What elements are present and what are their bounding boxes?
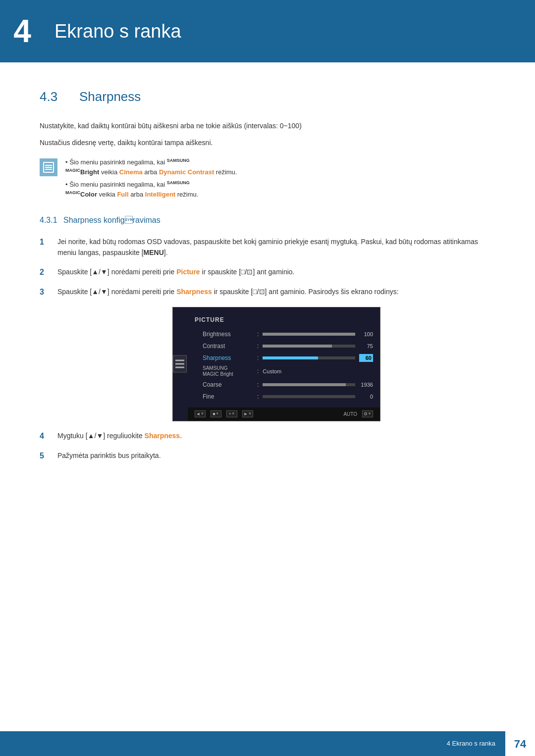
osd-custom-text: Custom <box>263 367 281 376</box>
note-line-1: • Šio meniu pasirinkti negalima, kai SAM… <box>65 157 495 177</box>
section-number: 4.3 <box>40 87 69 106</box>
osd-footer-icon-4: ►▼ <box>242 410 253 417</box>
steps-list: 1 Jei norite, kad būtų rodomas OSD vadov… <box>40 236 495 462</box>
osd-footer-icon-2: ■▼ <box>211 410 221 417</box>
osd-bar-contrast: : 75 <box>257 342 373 351</box>
step-text-4: Mygtuku [▲/▼] reguliuokite Sharpness. <box>57 430 495 441</box>
osd-footer-icon-3: +▼ <box>226 410 237 417</box>
osd-item-fine: Fine : 0 <box>188 391 380 403</box>
step-4: 4 Mygtuku [▲/▼] reguliuokite Sharpness. <box>40 430 495 442</box>
osd-fill-coarse <box>263 383 346 386</box>
step-text-3: Spauskite [▲/▼] norėdami pereiti prie Sh… <box>57 286 495 297</box>
osd-auto-label: AUTO <box>343 410 357 418</box>
note-line-2: • Šio meniu pasirinkti negalima, kai SAM… <box>65 180 495 200</box>
step-text-5: Pažymėta parinktis bus pritaikyta. <box>57 450 495 461</box>
osd-item-brightness: Brightness : 100 <box>188 328 380 340</box>
step-3: 3 Spauskite [▲/▼] norėdami pereiti prie … <box>40 286 495 298</box>
osd-header: PICTURE <box>188 313 380 328</box>
subsection-title: Sharpness konfigravimas <box>63 216 160 224</box>
intelligent-highlight: Intelligent <box>145 191 175 199</box>
desc1: Nustatykite, kad daiktų kontūrai būtų ai… <box>40 120 495 131</box>
osd-track-coarse <box>263 383 355 386</box>
osd-colon: : <box>257 330 259 339</box>
chapter-title: Ekrano s ranka <box>54 17 181 46</box>
osd-value-brightness: 100 <box>359 330 373 339</box>
sidebar-bar3 <box>175 367 184 368</box>
osd-bar-coarse: : 1936 <box>257 380 373 389</box>
step-number-3: 3 <box>40 286 57 298</box>
osd-bar-fine: : 0 <box>257 392 373 401</box>
osd-item-coarse: Coarse : 1936 <box>188 379 380 391</box>
full-highlight: Full <box>117 191 128 199</box>
osd-colon2: : <box>257 342 259 351</box>
osd-footer: ◄▼ ■▼ +▼ ►▼ AUTO ⚙▼ <box>188 407 380 421</box>
note-icon-line2 <box>45 167 52 168</box>
osd-footer-icon-5: ⚙▼ <box>362 410 373 417</box>
osd-colon5: : <box>257 380 259 389</box>
sharpness-highlight-step3: Sharpness <box>176 288 212 296</box>
osd-bar-sharpness: : 60 <box>257 353 373 362</box>
osd-container: PICTURE Brightness : 100 <box>57 307 495 421</box>
cinema-highlight: Cinema <box>119 168 143 176</box>
osd-fill-brightness <box>263 333 355 336</box>
menu-bold: MENU <box>144 249 164 256</box>
osd-track-contrast <box>263 345 355 348</box>
osd-content: PICTURE Brightness : 100 <box>173 313 380 421</box>
subsection-number: 4.3.1 <box>40 216 57 224</box>
osd-bar-brightness: : 100 <box>257 330 373 339</box>
step-number-5: 5 <box>40 450 57 462</box>
osd-label-brightness: Brightness <box>203 330 257 339</box>
sidebar-bar1 <box>175 360 184 361</box>
osd-colon3: : <box>257 353 259 362</box>
note-icon-line <box>45 165 52 166</box>
note-icon-inner <box>43 162 54 173</box>
page-header: 4 Ekrano s ranka <box>0 0 535 62</box>
osd-label-sharpness: Sharpness <box>203 353 257 362</box>
step-number-2: 2 <box>40 266 57 278</box>
osd-colon4: : <box>257 367 259 376</box>
section-heading: 4.3 Sharpness <box>40 87 495 106</box>
chapter-number: 4 <box>13 15 31 47</box>
osd-fill-sharpness <box>263 356 318 359</box>
picture-highlight: Picture <box>176 268 200 276</box>
osd-sidebar <box>173 355 187 373</box>
main-content: 4.3 Sharpness Nustatykite, kad daiktų ko… <box>0 87 535 462</box>
step-number-4: 4 <box>40 430 57 442</box>
chapter-number-box: 4 <box>0 9 45 53</box>
step-number-1: 1 <box>40 236 57 248</box>
osd-item-sharpness: Sharpness : 60 <box>188 352 380 364</box>
sharpness-highlight-step4: Sharpness <box>145 432 180 440</box>
osd-value-sharpness: 60 <box>359 354 373 362</box>
note-icon <box>40 158 57 176</box>
page-footer: 4 Ekrano s ranka 74 <box>0 731 535 756</box>
osd-value-contrast: 75 <box>359 342 373 351</box>
footer-page-number: 74 <box>505 731 535 756</box>
footer-text: 4 Ekrano s ranka <box>447 739 495 749</box>
dynamic-contrast-highlight: Dynamic Contrast <box>159 168 214 176</box>
osd-item-contrast: Contrast : 75 <box>188 340 380 352</box>
osd-footer-icon-1: ◄▼ <box>195 410 206 417</box>
osd-track-fine <box>263 395 355 398</box>
osd-track-brightness <box>263 333 355 336</box>
sidebar-bar2 <box>175 363 184 365</box>
osd-value-coarse: 1936 <box>359 381 373 389</box>
osd-bar-magic: : Custom <box>257 367 373 376</box>
note-lines: • Šio meniu pasirinkti negalima, kai SAM… <box>65 157 495 202</box>
osd-colon6: : <box>257 392 259 401</box>
osd-label-fine: Fine <box>203 392 257 401</box>
note-box: • Šio meniu pasirinkti negalima, kai SAM… <box>40 157 495 202</box>
osd-label-magic-bright: SAMSUNGMAGIC Bright <box>203 365 257 377</box>
step-2: 2 Spauskite [▲/▼] norėdami pereiti prie … <box>40 266 495 278</box>
desc2: Nustačius didesnę vertę, daiktų kontūrai… <box>40 137 495 148</box>
step-text-2: Spauskite [▲/▼] norėdami pereiti prie Pi… <box>57 266 495 277</box>
osd-item-magic-bright: SAMSUNGMAGIC Bright : Custom <box>188 364 380 379</box>
step-1: 1 Jei norite, kad būtų rodomas OSD vadov… <box>40 236 495 258</box>
note-icon-line3 <box>45 169 52 170</box>
subsection-heading: 4.3.1 Sharpness konfigravimas <box>40 214 495 226</box>
osd-label-coarse: Coarse <box>203 380 257 389</box>
osd-label-contrast: Contrast <box>203 342 257 351</box>
osd-value-fine: 0 <box>359 393 373 401</box>
step-text-1: Jei norite, kad būtų rodomas OSD vadovas… <box>57 236 495 258</box>
section-title: Sharpness <box>79 87 141 106</box>
step-5: 5 Pažymėta parinktis bus pritaikyta. <box>40 450 495 462</box>
